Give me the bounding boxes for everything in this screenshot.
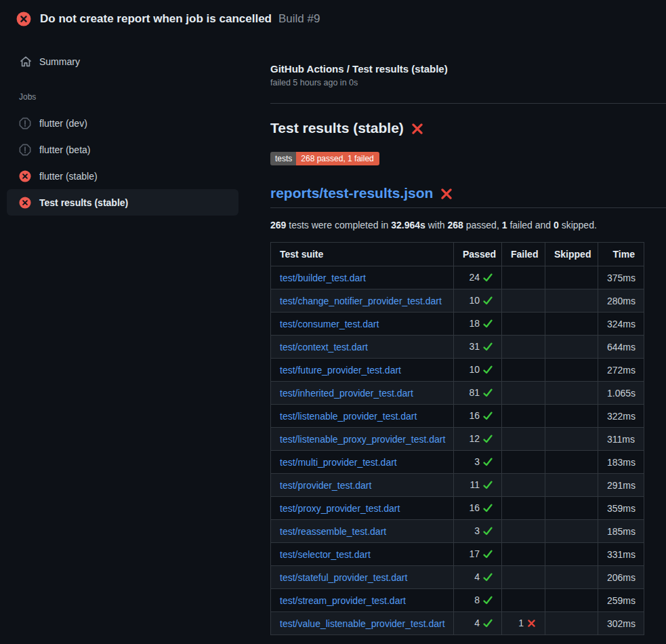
job-label: Test results (stable)	[39, 197, 128, 208]
table-row: test/listenable_proxy_provider_test.dart…	[271, 428, 644, 451]
sidebar-job-item[interactable]: Test results (stable)	[7, 189, 238, 216]
test-suite-link[interactable]: test/context_test.dart	[280, 342, 368, 353]
test-suite-link[interactable]: test/change_notifier_provider_test.dart	[280, 296, 442, 306]
test-suite-cell: test/multi_provider_test.dart	[271, 451, 454, 474]
passed-cell: 16	[454, 497, 502, 520]
skipped-cell	[545, 474, 598, 497]
test-suite-link[interactable]: test/proxy_provider_test.dart	[280, 503, 400, 514]
section-title: Test results (stable)	[270, 120, 666, 136]
failed-cell	[502, 474, 545, 497]
test-suite-link[interactable]: test/reassemble_test.dart	[280, 526, 386, 537]
count-value: 3	[474, 525, 480, 536]
column-header: Passed	[454, 243, 502, 266]
sidebar-job-item[interactable]: flutter (dev)	[7, 110, 238, 136]
test-suite-cell: test/selector_test.dart	[271, 543, 454, 566]
test-suite-cell: test/context_test.dart	[271, 336, 454, 359]
table-header-row: Test suitePassedFailedSkippedTime	[271, 243, 644, 266]
table-row: test/value_listenable_provider_test.dart…	[271, 612, 644, 635]
time-cell: 291ms	[598, 474, 644, 497]
skipped-cell	[545, 543, 598, 566]
failed-cell	[502, 451, 545, 474]
passed-cell: 8	[454, 589, 502, 612]
skipped-cell	[545, 405, 598, 428]
report-file-link[interactable]: reports/test-results.json	[270, 185, 433, 201]
cancelled-icon	[19, 117, 31, 129]
report-heading: reports/test-results.json	[270, 185, 666, 208]
count-value: 3	[474, 456, 480, 467]
check-icon	[483, 458, 493, 468]
test-suite-link[interactable]: test/inherited_provider_test.dart	[280, 388, 413, 399]
count-value: 81	[469, 387, 480, 398]
table-row: test/provider_test.dart11291ms	[271, 474, 644, 497]
failed-x-circle-icon	[19, 170, 31, 182]
check-icon	[483, 342, 493, 353]
check-icon	[483, 481, 493, 491]
count-value: 11	[470, 479, 480, 490]
test-suite-link[interactable]: test/multi_provider_test.dart	[280, 457, 397, 468]
passed-cell: 81	[454, 382, 502, 405]
time-cell: 280ms	[598, 289, 644, 313]
time-cell: 359ms	[598, 497, 644, 520]
sidebar-item-summary[interactable]: Summary	[20, 56, 270, 68]
summary-part: 1	[502, 220, 507, 230]
passed-cell: 4	[454, 612, 502, 635]
check-icon	[483, 411, 493, 422]
failed-x-circle-icon	[19, 197, 31, 209]
badge-value: 268 passed, 1 failed	[296, 152, 379, 165]
test-suite-cell: test/inherited_provider_test.dart	[271, 382, 454, 405]
passed-cell: 4	[454, 566, 502, 589]
skipped-cell	[545, 497, 598, 520]
jobs-sidebar: Summary Jobs flutter (dev)flutter (beta)…	[0, 38, 270, 216]
test-suite-link[interactable]: test/future_provider_test.dart	[280, 365, 401, 376]
test-suite-cell: test/stream_provider_test.dart	[271, 589, 454, 612]
results-table: Test suitePassedFailedSkippedTime test/b…	[270, 242, 644, 635]
tests-status-badge: tests 268 passed, 1 failed	[270, 152, 379, 165]
test-suite-cell: test/listenable_provider_test.dart	[271, 405, 454, 428]
test-suite-link[interactable]: test/stream_provider_test.dart	[280, 595, 406, 606]
skipped-cell	[545, 382, 598, 405]
skipped-cell	[545, 313, 598, 336]
count-value: 16	[469, 410, 480, 421]
count-value: 18	[469, 318, 480, 329]
passed-cell: 3	[454, 520, 502, 543]
test-suite-link[interactable]: test/listenable_proxy_provider_test.dart	[280, 434, 445, 445]
table-row: test/change_notifier_provider_test.dart1…	[271, 289, 644, 313]
test-suite-link[interactable]: test/provider_test.dart	[280, 480, 371, 491]
test-suite-link[interactable]: test/builder_test.dart	[280, 273, 366, 283]
time-cell: 206ms	[598, 566, 644, 589]
table-row: test/proxy_provider_test.dart16359ms	[271, 497, 644, 520]
test-suite-cell: test/proxy_provider_test.dart	[271, 497, 454, 520]
test-suite-link[interactable]: test/selector_test.dart	[280, 549, 371, 560]
skipped-cell	[545, 589, 598, 612]
check-icon	[483, 619, 493, 630]
time-cell: 644ms	[598, 336, 644, 359]
failed-cell	[502, 543, 545, 566]
skipped-cell	[545, 520, 598, 543]
check-icon	[483, 365, 493, 376]
passed-cell: 18	[454, 313, 502, 336]
test-suite-link[interactable]: test/listenable_provider_test.dart	[280, 411, 417, 422]
time-cell: 302ms	[598, 612, 644, 635]
passed-cell: 31	[454, 336, 502, 359]
time-cell: 375ms	[598, 266, 644, 289]
table-row: test/inherited_provider_test.dart811.065…	[271, 382, 644, 405]
failed-x-circle-icon	[16, 12, 31, 26]
cross-icon	[527, 619, 536, 630]
check-run-page: Do not create report when job is cancell…	[0, 0, 666, 644]
failed-cell	[502, 313, 545, 336]
test-suite-link[interactable]: test/consumer_test.dart	[280, 319, 379, 329]
test-suite-cell: test/value_listenable_provider_test.dart	[271, 612, 454, 635]
test-suite-cell: test/provider_test.dart	[271, 474, 454, 497]
time-cell: 322ms	[598, 405, 644, 428]
failed-cross-icon	[440, 188, 453, 200]
count-value: 4	[474, 571, 480, 582]
summary-part: skipped.	[559, 220, 597, 230]
sidebar-summary-label: Summary	[39, 56, 80, 67]
sidebar-job-item[interactable]: flutter (beta)	[7, 136, 238, 163]
test-suite-link[interactable]: test/value_listenable_provider_test.dart	[280, 618, 445, 629]
table-row: test/consumer_test.dart18324ms	[271, 313, 644, 336]
check-icon	[483, 435, 493, 445]
count-value: 10	[469, 364, 480, 375]
sidebar-job-item[interactable]: flutter (stable)	[7, 163, 238, 189]
test-suite-link[interactable]: test/stateful_provider_test.dart	[280, 572, 407, 583]
